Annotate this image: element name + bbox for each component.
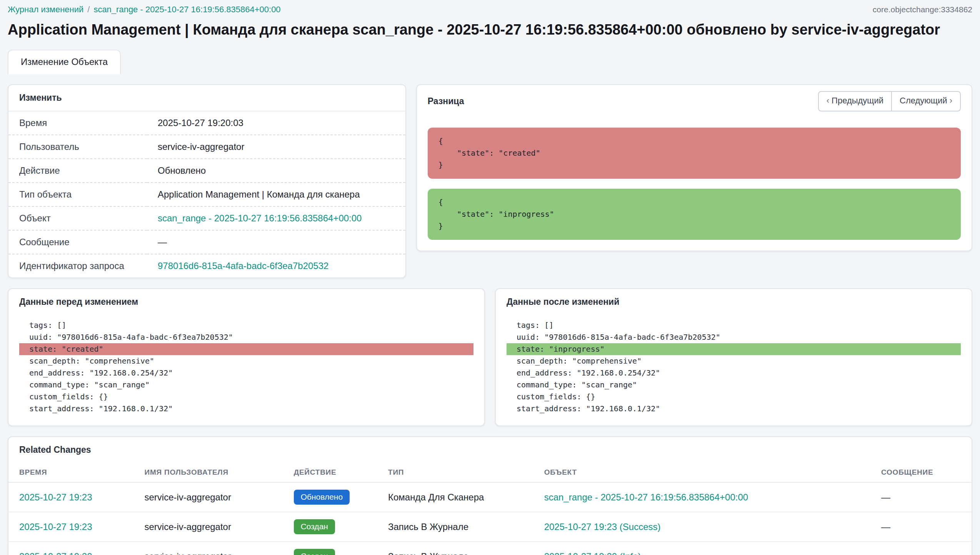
diff-panel-header: Разница ‹ Предыдущий Следующий › [417,85,972,118]
attr-row-time: Время 2025-10-27 19:20:03 [8,111,405,135]
chevron-left-icon: ‹ [827,96,829,105]
related-header-row: ВРЕМЯ ИМЯ ПОЛЬЗОВАТЕЛЯ ДЕЙСТВИЕ ТИП ОБЪЕ… [8,463,972,482]
related-type: Запись В Журнале [377,512,533,542]
diff-line: "state": "inprogress" [438,208,950,220]
diff-nav-buttons: ‹ Предыдущий Следующий › [818,91,961,111]
object-link[interactable]: scan_range - 2025-10-27 16:19:56.835864+… [158,213,362,223]
diff-line: { [438,135,950,147]
previous-button-label: Предыдущий [832,96,883,105]
chevron-right-icon: › [950,96,952,105]
attr-label: Пользователь [8,135,147,159]
attr-row-action: Действие Обновлено [8,159,405,183]
code-line: scan_depth: "comprehensive" [29,355,473,367]
attr-value: scan_range - 2025-10-27 16:19:56.835864+… [147,206,405,230]
row-before-after: Данные перед изменением tags: [] uuid: "… [8,288,972,426]
breadcrumb: Журнал изменений/scan_range - 2025-10-27… [8,5,281,15]
diff-added-block: { "state": "inprogress" } [428,189,961,240]
tab-bar: Изменение Объекта [8,50,972,74]
request-id-link[interactable]: 978016d6-815a-4afa-badc-6f3ea7b20532 [158,261,328,271]
diff-removed-block: { "state": "created" } [428,128,961,179]
action-badge-created: Создан [294,519,335,534]
row-change-diff: Изменить Время 2025-10-27 19:20:03 Польз… [8,84,972,278]
related-time-link[interactable]: 2025-10-27 19:23 [19,522,92,532]
related-row: 2025-10-27 19:20 service-iv-aggregator С… [8,542,972,555]
tab-object-change[interactable]: Изменение Объекта [8,50,121,74]
code-line: command_type: "scan_range" [517,379,961,391]
data-before-title: Данные перед изменением [8,289,484,315]
related-message: — [870,542,972,555]
diff-line: } [438,220,950,232]
code-line: custom_fields: {} [29,391,473,403]
column-header-type: ТИП [377,463,533,482]
diff-line: { [438,196,950,208]
diff-panel-title: Разница [428,96,464,106]
related-object-link[interactable]: scan_range - 2025-10-27 16:19:56.835864+… [544,492,748,502]
attr-value: 2025-10-27 19:20:03 [147,111,405,135]
related-user: service-iv-aggregator [134,482,283,512]
related-row: 2025-10-27 19:23 service-iv-aggregator О… [8,482,972,512]
breadcrumb-object-link[interactable]: scan_range - 2025-10-27 16:19:56.835864+… [93,5,280,14]
attr-row-object: Объект scan_range - 2025-10-27 16:19:56.… [8,206,405,230]
related-time-link[interactable]: 2025-10-27 19:23 [19,492,92,502]
related-row: 2025-10-27 19:23 service-iv-aggregator С… [8,512,972,542]
column-header-object: ОБЪЕКТ [533,463,870,482]
before-data-code: tags: [] uuid: "978016d6-815a-4afa-badc-… [8,315,484,425]
code-line-added: state: "inprogress" [507,343,961,355]
next-button[interactable]: Следующий › [891,91,961,111]
column-header-action: ДЕЙСТВИЕ [283,463,377,482]
related-time-link[interactable]: 2025-10-27 19:20 [19,551,92,555]
column-header-message: СООБЩЕНИЕ [870,463,972,482]
code-line: end_address: "192.168.0.254/32" [517,367,961,379]
code-line: tags: [] [29,319,473,331]
after-data-code: tags: [] uuid: "978016d6-815a-4afa-badc-… [496,315,972,425]
attr-value: Обновлено [147,159,405,183]
code-line: uuid: "978016d6-815a-4afa-badc-6f3ea7b20… [29,331,473,343]
related-type: Запись В Журнале [377,542,533,555]
breadcrumb-changelog-link[interactable]: Журнал изменений [8,5,83,14]
change-panel: Изменить Время 2025-10-27 19:20:03 Польз… [8,84,406,278]
related-user: service-iv-aggregator [134,542,283,555]
code-line: custom_fields: {} [517,391,961,403]
attr-label: Тип объекта [8,183,147,206]
attr-value: service-iv-aggregator [147,135,405,159]
column-header-user: ИМЯ ПОЛЬЗОВАТЕЛЯ [134,463,283,482]
action-badge-created: Создан [294,549,335,555]
code-line: end_address: "192.168.0.254/32" [29,367,473,379]
related-object-link[interactable]: 2025-10-27 19:20 (Info) [544,551,641,555]
code-line: tags: [] [517,319,961,331]
attr-value: 978016d6-815a-4afa-badc-6f3ea7b20532 [147,254,405,278]
previous-button[interactable]: ‹ Предыдущий [818,91,892,111]
action-badge-updated: Обновлено [294,490,350,505]
code-line-removed: state: "created" [19,343,473,355]
data-before-panel: Данные перед изменением tags: [] uuid: "… [8,288,485,426]
next-button-label: Следующий [900,96,947,105]
code-line: scan_depth: "comprehensive" [517,355,961,367]
page-title: Application Management | Команда для ска… [8,22,972,38]
code-line: start_address: "192.168.0.1/32" [517,403,961,415]
row-related: Related Changes ВРЕМЯ ИМЯ ПОЛЬЗОВАТЕЛЯ Д… [8,436,972,555]
top-bar: Журнал изменений/scan_range - 2025-10-27… [8,5,972,15]
data-after-title: Данные после изменений [496,289,972,315]
changelog-page: Журнал изменений/scan_range - 2025-10-27… [0,0,980,555]
related-changes-panel: Related Changes ВРЕМЯ ИМЯ ПОЛЬЗОВАТЕЛЯ Д… [8,436,972,555]
diff-line: } [438,159,950,171]
diff-panel: Разница ‹ Предыдущий Следующий › { "stat… [416,84,972,251]
data-after-panel: Данные после изменений tags: [] uuid: "9… [495,288,972,426]
related-message: — [870,482,972,512]
attr-label: Время [8,111,147,135]
attr-row-message: Сообщение — [8,230,405,254]
column-header-time: ВРЕМЯ [8,463,134,482]
change-panel-title: Изменить [8,85,405,111]
attr-label: Объект [8,206,147,230]
code-line: uuid: "978016d6-815a-4afa-badc-6f3ea7b20… [517,331,961,343]
code-line: command_type: "scan_range" [29,379,473,391]
attr-row-request-id: Идентификатор запроса 978016d6-815a-4afa… [8,254,405,278]
attr-value: — [147,230,405,254]
related-type: Команда Для Сканера [377,482,533,512]
related-object-link[interactable]: 2025-10-27 19:23 (Success) [544,522,661,532]
object-reference: core.objectchange:3334862 [873,5,972,14]
related-changes-title: Related Changes [8,437,972,463]
attr-label: Идентификатор запроса [8,254,147,278]
attr-label: Действие [8,159,147,183]
diff-line: "state": "created" [438,147,950,159]
